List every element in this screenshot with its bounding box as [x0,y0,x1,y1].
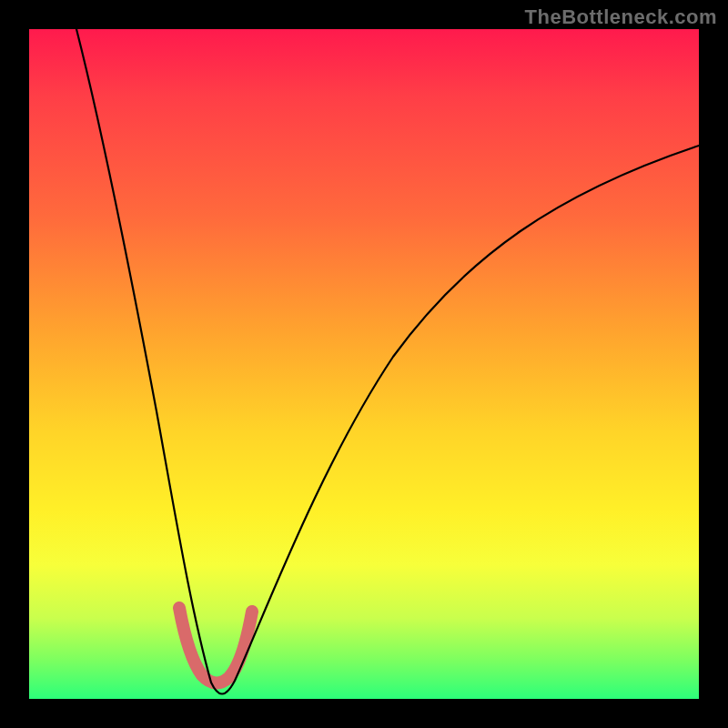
plot-area [29,29,699,699]
chart-frame: TheBottleneck.com [0,0,728,728]
curve-svg [29,29,699,699]
highlight-band [179,608,252,683]
bottleneck-curve [76,29,699,694]
watermark-text: TheBottleneck.com [525,5,717,29]
